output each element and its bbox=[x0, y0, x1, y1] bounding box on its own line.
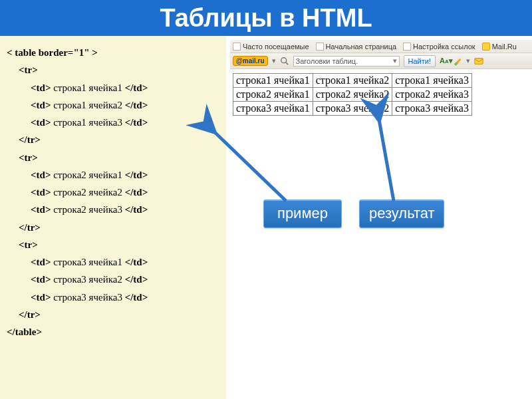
code-line: <tr> bbox=[7, 61, 221, 78]
callout-result: результат bbox=[359, 200, 444, 228]
table-cell: строка3 ячейка3 bbox=[392, 102, 472, 116]
slide-title: Таблицы в HTML bbox=[160, 4, 372, 33]
code-line: <td> строка2 ячейка2 </td> bbox=[7, 184, 221, 201]
code-line: <td> строка1 ячейка1 </td> bbox=[7, 79, 221, 96]
bookmark-label: Настройка ссылок bbox=[413, 43, 475, 51]
rendered-result-table: строка1 ячейка1строка1 ячейка2строка1 яч… bbox=[233, 73, 472, 116]
search-input[interactable]: Заголовки таблиц. ▾ bbox=[293, 56, 400, 66]
table-cell: строка3 ячейка1 bbox=[233, 102, 313, 116]
code-line: </tr> bbox=[7, 306, 221, 323]
code-line: <td> строка3 ячейка1 </td> bbox=[7, 253, 221, 271]
font-size-icon[interactable]: AA▾ bbox=[440, 57, 449, 66]
table-cell: строка1 ячейка1 bbox=[233, 74, 313, 88]
slide-header: Таблицы в HTML bbox=[0, 0, 532, 36]
search-input-value: Заголовки таблиц. bbox=[296, 57, 358, 65]
code-line: <tr> bbox=[7, 149, 221, 166]
table-cell: строка1 ячейка2 bbox=[313, 74, 392, 88]
bookmark-links-settings[interactable]: Настройка ссылок bbox=[403, 43, 475, 51]
at-icon bbox=[482, 43, 490, 51]
page-icon bbox=[403, 43, 411, 51]
table-cell: строка2 ячейка3 bbox=[392, 88, 472, 102]
search-toolbar: @mail.ru ▾ Заголовки таблиц. ▾ Найти! AA… bbox=[230, 53, 532, 69]
search-icon bbox=[280, 57, 289, 66]
code-line: < table border="1" > bbox=[7, 44, 221, 61]
code-line: </tr> bbox=[7, 219, 221, 236]
code-line: </table> bbox=[7, 323, 221, 340]
mail-icon[interactable] bbox=[474, 57, 483, 66]
table-row: строка1 ячейка1строка1 ячейка2строка1 яч… bbox=[233, 74, 472, 88]
code-line: <td> строка3 ячейка3 </td> bbox=[7, 289, 221, 306]
code-line: <td> строка2 ячейка3 </td> bbox=[7, 201, 221, 218]
callout-example: пример bbox=[263, 200, 342, 228]
svg-point-0 bbox=[281, 57, 286, 63]
table-row: строка3 ячейка1строка3 ячейка2строка3 яч… bbox=[233, 102, 472, 116]
code-line: </tr> bbox=[7, 131, 221, 148]
code-line: <td> строка3 ячейка2 </td> bbox=[7, 271, 221, 288]
bookmark-label: Mail.Ru bbox=[492, 43, 517, 51]
bookmark-frequent[interactable]: Часто посещаемые bbox=[233, 43, 309, 51]
folder-icon bbox=[233, 43, 241, 51]
table-cell: строка1 ячейка3 bbox=[392, 74, 472, 88]
browser-chrome: Часто посещаемые Начальная страница Наст… bbox=[230, 40, 532, 69]
bookmark-mailru[interactable]: Mail.Ru bbox=[482, 43, 517, 51]
highlighter-icon[interactable] bbox=[453, 57, 462, 66]
bookmarks-bar: Часто посещаемые Начальная страница Наст… bbox=[230, 40, 532, 53]
table-row: строка2 ячейка1строка2 ячейка2строка2 яч… bbox=[233, 88, 472, 102]
page-icon bbox=[316, 43, 324, 51]
bookmark-label: Часто посещаемые bbox=[243, 43, 309, 51]
code-line: <td> строка2 ячейка1 </td> bbox=[7, 166, 221, 184]
bookmark-label: Начальная страница bbox=[326, 43, 396, 51]
code-line: <tr> bbox=[7, 236, 221, 253]
svg-rect-2 bbox=[475, 58, 483, 64]
table-cell: строка3 ячейка2 bbox=[313, 102, 392, 116]
code-line: <td> строка1 ячейка2 </td> bbox=[7, 96, 221, 114]
callout-label: результат bbox=[369, 205, 435, 221]
bookmark-startpage[interactable]: Начальная страница bbox=[316, 43, 396, 51]
mailru-logo: @mail.ru bbox=[233, 56, 268, 66]
svg-line-1 bbox=[285, 62, 288, 65]
callout-label: пример bbox=[277, 205, 328, 221]
table-cell: строка2 ячейка2 bbox=[313, 88, 392, 102]
find-button[interactable]: Найти! bbox=[404, 55, 436, 67]
table-cell: строка2 ячейка1 bbox=[233, 88, 313, 102]
code-example-panel: < table border="1" ><tr><td> строка1 яче… bbox=[0, 36, 226, 399]
code-line: <td> строка1 ячейка3 </td> bbox=[7, 114, 221, 131]
